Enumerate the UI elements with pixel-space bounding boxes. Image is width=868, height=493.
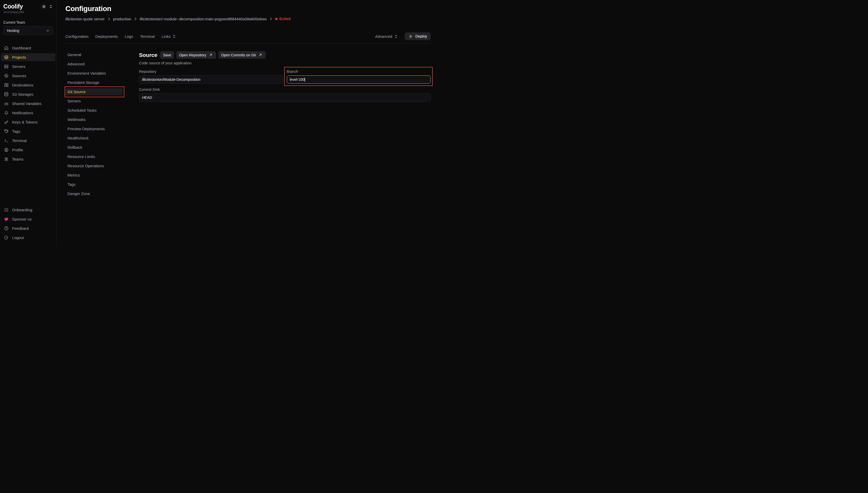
app-logo[interactable]: Coolify	[3, 3, 23, 10]
breadcrumb-item[interactable]: illicitestonion/-module--decomposition:m…	[140, 17, 267, 21]
sidebar-item-notifications[interactable]: Notifications	[1, 109, 55, 117]
sidebar-item-label: Onboarding	[12, 208, 32, 212]
team-select-value: Hosting	[7, 28, 19, 33]
chevrons-up-down-icon[interactable]	[48, 4, 53, 9]
content: GeneralAdvancedEnvironment VariablesPers…	[65, 43, 431, 246]
branch-input[interactable]: level-100	[287, 76, 431, 84]
deploy-button[interactable]: Deploy	[405, 33, 431, 40]
sidebar-header: Coolify	[0, 3, 56, 10]
status-badge: Exited	[275, 17, 291, 21]
breadcrumb-item[interactable]: production	[113, 17, 131, 21]
breadcrumb-item[interactable]: illicitonion quote server	[65, 17, 105, 21]
chevron-right-icon	[133, 17, 138, 21]
sidebar-item-label: Logout	[12, 235, 24, 240]
section-description: Code source of your application.	[139, 61, 431, 65]
subnav-item-rollback[interactable]: Rollback	[65, 144, 123, 151]
terminal-icon	[4, 138, 9, 143]
subnav-item-git-source[interactable]: Git Source	[65, 88, 123, 95]
subnav-item-healthcheck[interactable]: Healthcheck	[65, 134, 123, 142]
branch-label: Branch	[287, 69, 431, 73]
page-title: Configuration	[65, 5, 431, 13]
sidebar-item-label: Projects	[12, 55, 26, 60]
sidebar-item-terminal[interactable]: Terminal	[1, 137, 55, 145]
repository-label: Repository	[139, 69, 283, 73]
sidebar-item-s3-storages[interactable]: S3 Storages	[1, 90, 55, 98]
subnav-item-tags[interactable]: Tags	[65, 181, 123, 188]
tabs: ConfigurationDeploymentsLogsTerminalLink…	[65, 34, 176, 39]
repository-input[interactable]	[139, 76, 283, 84]
layers-icon	[4, 55, 9, 60]
sidebar-nav: DashboardProjectsServersSourcesDestinati…	[0, 44, 56, 165]
subnav-item-scheduled-tasks[interactable]: Scheduled Tasks	[65, 107, 123, 114]
sidebar-item-label: Notifications	[12, 111, 33, 115]
breadcrumb: illicitonion quote serverproductionillic…	[65, 16, 431, 21]
variable-icon: (x)	[4, 101, 9, 106]
main-area: Configuration illicitonion quote serverp…	[57, 0, 434, 246]
team-select[interactable]: Hosting	[3, 26, 53, 35]
sidebar-item-projects[interactable]: Projects	[1, 53, 55, 61]
help-circle-icon	[4, 226, 9, 231]
section-title: Source	[139, 52, 157, 58]
users-icon	[4, 157, 9, 162]
sidebar-item-teams[interactable]: Teams	[1, 155, 55, 163]
tab-deployments[interactable]: Deployments	[95, 34, 118, 39]
tab-bar: ConfigurationDeploymentsLogsTerminalLink…	[65, 33, 431, 43]
subnav-item-advanced[interactable]: Advanced	[65, 61, 123, 68]
sidebar-item-logout[interactable]: Logout	[1, 234, 55, 242]
play-icon	[408, 34, 413, 39]
subnav-item-general[interactable]: General	[65, 51, 123, 59]
sidebar-item-label: Teams	[12, 157, 23, 161]
sidebar-item-label: Feedback	[12, 226, 29, 231]
commit-sha-field: Commit SHA	[139, 87, 431, 102]
tab-links[interactable]: Links	[162, 34, 176, 39]
sidebar-item-shared-variables[interactable]: (x)Shared Variables	[1, 100, 55, 108]
tab-terminal[interactable]: Terminal	[140, 34, 155, 39]
sidebar-item-sources[interactable]: Sources	[1, 72, 55, 80]
sidebar-item-keys-tokens[interactable]: Keys & Tokens	[1, 118, 55, 126]
sidebar-item-label: Terminal	[12, 138, 27, 143]
theme-toggle-sun-icon[interactable]	[41, 4, 46, 9]
sidebar-item-feedback[interactable]: Feedback	[1, 224, 55, 232]
commit-sha-input[interactable]	[139, 93, 431, 102]
sidebar-item-onboarding[interactable]: Onboarding	[1, 206, 55, 214]
save-button[interactable]: Save	[160, 51, 174, 59]
user-circle-icon	[4, 147, 9, 152]
current-team-label: Current Team	[0, 14, 56, 26]
tab-logs[interactable]: Logs	[125, 34, 133, 39]
advanced-label: Advanced	[375, 34, 392, 39]
subnav-item-persistent-storage[interactable]: Persistent Storage	[65, 79, 123, 86]
key-icon	[4, 120, 9, 125]
subnav-item-danger-zone[interactable]: Danger Zone	[65, 190, 123, 197]
subnav-item-preview-deployments[interactable]: Preview Deployments	[65, 125, 123, 132]
subnav-item-servers[interactable]: Servers	[65, 98, 123, 105]
git-source-icon	[4, 73, 9, 78]
subnav-item-environment-variables[interactable]: Environment Variables	[65, 70, 123, 77]
tags-icon	[4, 129, 9, 134]
subnav-item-resource-limits[interactable]: Resource Limits	[65, 153, 123, 160]
source-section: Source Save Open Repository Open Commits…	[139, 51, 431, 246]
subnav-item-resource-operations[interactable]: Resource Operations	[65, 163, 123, 170]
sidebar-item-label: Tags	[12, 129, 20, 133]
sidebar-item-label: Dashboard	[12, 46, 31, 50]
branch-field: Branch level-100	[287, 69, 431, 84]
sidebar-item-profile[interactable]: Profile	[1, 146, 55, 154]
subnav-item-webhooks[interactable]: Webhooks	[65, 116, 123, 123]
status-dot-icon	[275, 18, 277, 20]
sidebar-item-servers[interactable]: Servers	[1, 63, 55, 70]
svg-text:(x): (x)	[4, 102, 8, 106]
sidebar-item-label: Sponsor us	[12, 217, 31, 221]
sidebar-item-destinations[interactable]: Destinations	[1, 81, 55, 89]
subnav-item-metrics[interactable]: Metrics	[65, 172, 123, 179]
app-root: Coolify v4.0.0-beta.399 Current Team Hos…	[0, 0, 434, 246]
sidebar-item-sponsor-us[interactable]: Sponsor us	[1, 215, 55, 223]
advanced-menu[interactable]: Advanced	[375, 34, 399, 39]
sidebar-item-label: Sources	[12, 73, 26, 78]
sidebar-item-dashboard[interactable]: Dashboard	[1, 44, 55, 52]
tab-configuration[interactable]: Configuration	[65, 34, 88, 39]
open-repository-button[interactable]: Open Repository	[176, 51, 216, 59]
sidebar-item-tags[interactable]: Tags	[1, 127, 55, 135]
chevrons-up-down-icon	[394, 34, 399, 39]
external-link-icon	[208, 52, 213, 57]
sidebar: Coolify v4.0.0-beta.399 Current Team Hos…	[0, 0, 57, 246]
open-commits-button[interactable]: Open Commits on Git	[218, 51, 266, 59]
